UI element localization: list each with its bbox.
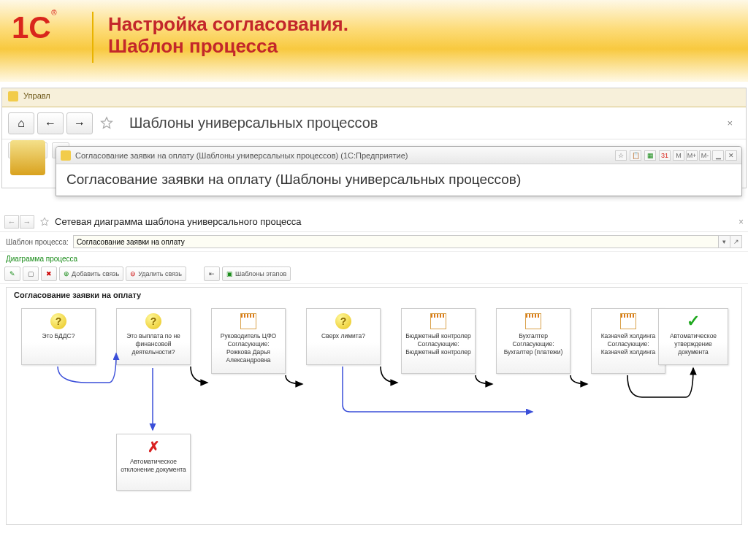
page-title: Шаблоны универсальных процессов bbox=[129, 115, 378, 131]
delete-node-icon[interactable]: ✖ bbox=[41, 266, 57, 281]
diagram-viewer: ← → Сетевая диаграмма шаблона универсаль… bbox=[0, 212, 748, 560]
remove-link-button[interactable]: ⊖Удалить связь bbox=[126, 266, 186, 281]
tool-calc-icon[interactable]: ▦ bbox=[644, 150, 656, 161]
modal-heading: Согласование заявки на оплату (Шаблоны у… bbox=[56, 164, 741, 196]
notepad-icon bbox=[430, 313, 446, 329]
back-icon: ← bbox=[45, 117, 56, 130]
app-icon bbox=[8, 91, 18, 101]
stage-templates-button[interactable]: ▣Шаблоны этапов bbox=[222, 266, 291, 281]
viewer-forward-button[interactable]: → bbox=[20, 215, 34, 229]
nav-row: ⌂ ← → Шаблоны универсальных процессов × bbox=[2, 107, 746, 139]
modal-1c-icon bbox=[61, 150, 71, 161]
template-field-label: Шаблон процесса: bbox=[6, 238, 69, 246]
viewer-nav-arrows: ← → bbox=[4, 215, 34, 229]
close-window-icon[interactable]: ✕ bbox=[725, 150, 737, 161]
notepad-icon bbox=[240, 313, 256, 329]
title-line-1: Настройка согласования. bbox=[108, 13, 348, 35]
edit-icon[interactable]: ✎ bbox=[4, 266, 20, 281]
notepad-icon bbox=[620, 313, 636, 329]
x-icon bbox=[145, 439, 161, 455]
node-accountant[interactable]: Бухгалтер Согласующие: Бухгалтер (платеж… bbox=[496, 308, 570, 374]
close-icon[interactable]: × bbox=[727, 118, 733, 129]
template-modal: Согласование заявки на оплату (Шаблоны у… bbox=[56, 146, 742, 196]
m-minus-button[interactable]: M- bbox=[699, 150, 711, 161]
forward-icon: → bbox=[74, 117, 85, 130]
check-icon bbox=[685, 313, 701, 329]
stage-icon: ▣ bbox=[226, 270, 233, 277]
notepad-icon bbox=[525, 313, 541, 329]
question-icon bbox=[335, 313, 351, 329]
minimize-icon[interactable]: ▁ bbox=[712, 150, 724, 161]
node-budget[interactable]: Бюджетный контролер Согласующие: Бюджетн… bbox=[401, 308, 476, 374]
m-plus-button[interactable]: M+ bbox=[686, 150, 698, 161]
template-field-input[interactable] bbox=[73, 235, 719, 248]
modal-titlebar: Согласование заявки на оплату (Шаблоны у… bbox=[56, 147, 741, 164]
field-open-icon[interactable]: ↗ bbox=[730, 235, 742, 248]
forward-button[interactable]: → bbox=[66, 112, 93, 134]
template-field-row: Шаблон процесса: ▾ ↗ bbox=[0, 232, 748, 252]
node-overlimit[interactable]: Сверх лимита? bbox=[306, 308, 381, 365]
first-icon[interactable]: ⇤ bbox=[204, 266, 220, 281]
viewer-back-button[interactable]: ← bbox=[4, 215, 19, 229]
star-icon[interactable] bbox=[39, 216, 50, 228]
viewer-nav: ← → Сетевая диаграмма шаблона универсаль… bbox=[0, 212, 748, 232]
diagram-canvas[interactable]: Согласование заявки на оплату Это БДДС? … bbox=[6, 287, 742, 525]
link-remove-icon: ⊖ bbox=[130, 270, 136, 277]
window-controls: ☆ 📋 ▦ 31 M M+ M- ▁ ✕ bbox=[614, 150, 737, 161]
new-node-icon[interactable]: ▢ bbox=[23, 266, 39, 281]
question-icon bbox=[50, 313, 66, 329]
modal-title-text: Согласование заявки на оплату (Шаблоны у… bbox=[75, 151, 408, 160]
node-approve[interactable]: Автоматическое утверждение документа bbox=[658, 308, 728, 365]
link-add-icon: ⊕ bbox=[64, 270, 69, 277]
node-reject[interactable]: Автоматическое отклонение документа bbox=[116, 434, 191, 491]
diagram-section-label: Диаграмма процесса bbox=[0, 252, 748, 264]
tool-fav-icon[interactable]: ☆ bbox=[615, 150, 627, 161]
logo-1c: 1C® bbox=[12, 10, 63, 53]
tool-cal-icon[interactable]: 31 bbox=[659, 150, 671, 161]
home-icon: ⌂ bbox=[18, 117, 25, 130]
tool-copy-icon[interactable]: 📋 bbox=[630, 150, 641, 161]
node-nonfin[interactable]: Это выплата по не финансовой деятельност… bbox=[116, 308, 191, 365]
m-button[interactable]: M bbox=[673, 150, 684, 161]
diagram-toolbar: ✎ ▢ ✖ ⊕Добавить связь ⊖Удалить связь ⇤ ▣… bbox=[0, 264, 748, 284]
header-divider bbox=[92, 12, 94, 63]
question-icon bbox=[145, 313, 161, 329]
app-tab[interactable]: Управл bbox=[2, 88, 746, 107]
viewer-title: Сетевая диаграмма шаблона универсального… bbox=[55, 216, 302, 227]
title-line-2: Шаблон процесса bbox=[108, 35, 348, 57]
star-icon[interactable] bbox=[99, 115, 115, 131]
back-button[interactable]: ← bbox=[37, 112, 64, 134]
node-cfo[interactable]: Руководитель ЦФО Согласующие: Рожкова Да… bbox=[211, 308, 286, 374]
node-bdds[interactable]: Это БДДС? bbox=[21, 308, 96, 365]
canvas-title: Согласование заявки на оплату bbox=[14, 291, 141, 299]
slide-title: Настройка согласования. Шаблон процесса bbox=[108, 13, 348, 57]
node-treasurer[interactable]: Казначей холдинга Согласующие: Казначей … bbox=[591, 308, 665, 374]
left-sidebar-fragment bbox=[3, 134, 54, 215]
viewer-close-icon[interactable]: × bbox=[739, 217, 744, 227]
field-dropdown-icon[interactable]: ▾ bbox=[719, 235, 730, 248]
home-button[interactable]: ⌂ bbox=[8, 112, 34, 134]
gift-icon[interactable] bbox=[10, 140, 45, 175]
tab-label: Управл bbox=[23, 91, 50, 100]
add-link-button[interactable]: ⊕Добавить связь bbox=[59, 266, 123, 281]
slide-header: 1C® Настройка согласования. Шаблон проце… bbox=[0, 0, 748, 82]
